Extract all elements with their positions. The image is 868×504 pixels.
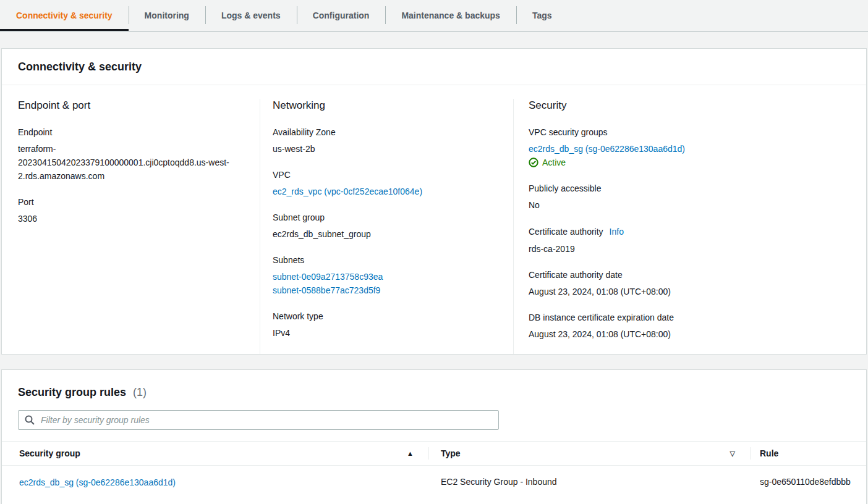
info-link[interactable]: Info <box>610 225 624 238</box>
tab-tags[interactable]: Tags <box>516 0 568 31</box>
port-label: Port <box>18 196 244 208</box>
subnet-link[interactable]: subnet-0e09a2713758c93ea <box>273 270 383 284</box>
certificate-authority-date-label: Certificate authority date <box>529 269 866 281</box>
panel-title: Connectivity & security <box>2 49 866 85</box>
certificate-authority-label: Certificate authorityInfo <box>529 225 866 238</box>
endpoint-value: terraform-20230415042023379100000001.cji… <box>18 142 240 183</box>
vpc-security-groups-label: VPC security groups <box>529 126 866 138</box>
subnet-group-label: Subnet group <box>273 211 513 224</box>
subnet-link[interactable]: subnet-0588be77ac723d5f9 <box>273 284 380 297</box>
security-heading: Security <box>529 99 866 112</box>
subnets-label: Subnets <box>273 254 513 266</box>
security-group-rules-panel: Security group rules (1) Security group … <box>1 369 867 504</box>
column-header-type[interactable]: Type ▽ <box>428 442 750 465</box>
vpc-link[interactable]: ec2_rds_vpc (vpc-0cf252ecae10f064e) <box>273 185 422 198</box>
status-badge: Active <box>542 156 566 169</box>
sort-ascending-icon: ▲ <box>407 450 414 457</box>
publicly-accessible-value: No <box>529 198 866 212</box>
certificate-authority-date-value: August 23, 2024, 01:08 (UTC+08:00) <box>529 285 866 298</box>
port-value: 3306 <box>18 212 244 225</box>
connectivity-security-panel: Connectivity & security Endpoint & port … <box>1 48 867 355</box>
column-header-label: Type <box>441 448 461 458</box>
vpc-security-group-link[interactable]: ec2rds_db_sg (sg-0e62286e130aa6d1d) <box>529 142 685 156</box>
endpoint-port-column: Endpoint & port Endpoint terraform-20230… <box>18 99 260 354</box>
rule-id-cell: sg-0e650110de8efdbbb <box>750 476 866 489</box>
detail-tab-bar: Connectivity & security Monitoring Logs … <box>0 0 868 32</box>
certificate-authority-date-field: Certificate authority date August 23, 20… <box>529 269 866 298</box>
endpoint-port-heading: Endpoint & port <box>18 99 244 112</box>
endpoint-field: Endpoint terraform-202304150420233791000… <box>18 126 244 183</box>
endpoint-label: Endpoint <box>18 126 244 138</box>
network-type-value: IPv4 <box>273 326 513 340</box>
search-icon <box>25 415 35 425</box>
tab-connectivity-security[interactable]: Connectivity & security <box>0 0 129 31</box>
filter-input[interactable] <box>18 410 499 430</box>
rules-panel-header: Security group rules (1) <box>2 370 866 410</box>
network-type-field: Network type IPv4 <box>273 310 513 340</box>
availability-zone-value: us-west-2b <box>273 142 513 156</box>
certificate-expiration-label: DB instance certificate expiration date <box>529 311 866 324</box>
column-header-label: Rule <box>760 448 778 458</box>
check-circle-icon <box>529 158 538 167</box>
column-header-label: Security group <box>19 448 80 458</box>
rules-panel-title: Security group rules <box>18 386 126 398</box>
availability-zone-field: Availability Zone us-west-2b <box>273 126 513 156</box>
subnet-group-value: ec2rds_db_subnet_group <box>273 227 513 241</box>
publicly-accessible-label: Publicly accessible <box>529 182 866 195</box>
network-type-label: Network type <box>273 310 513 322</box>
publicly-accessible-field: Publicly accessible No <box>529 182 866 212</box>
vpc-field: VPC ec2_rds_vpc (vpc-0cf252ecae10f064e) <box>273 169 513 198</box>
certificate-expiration-value: August 23, 2024, 01:08 (UTC+08:00) <box>529 327 866 341</box>
rules-filter <box>18 410 499 430</box>
security-group-status: Active <box>529 156 866 169</box>
tab-logs-events[interactable]: Logs & events <box>205 0 297 31</box>
tab-maintenance-backups[interactable]: Maintenance & backups <box>385 0 516 31</box>
tab-configuration[interactable]: Configuration <box>297 0 386 31</box>
certificate-expiration-field: DB instance certificate expiration date … <box>529 311 866 341</box>
tab-monitoring[interactable]: Monitoring <box>129 0 205 31</box>
subnets-field: Subnets subnet-0e09a2713758c93ea subnet-… <box>273 254 513 297</box>
rules-count: (1) <box>133 386 147 398</box>
rds-instance-detail-page: Connectivity & security Monitoring Logs … <box>0 0 868 504</box>
security-group-cell: ec2rds_db_sg (sg-0e62286e130aa6d1d) <box>2 476 428 489</box>
security-column: Security VPC security groups ec2rds_db_s… <box>513 99 866 354</box>
networking-heading: Networking <box>273 99 513 112</box>
networking-column: Networking Availability Zone us-west-2b … <box>260 99 513 354</box>
certificate-authority-field: Certificate authorityInfo rds-ca-2019 <box>529 225 866 256</box>
column-header-security-group[interactable]: Security group ▲ <box>2 442 428 465</box>
certificate-authority-value: rds-ca-2019 <box>529 242 866 256</box>
availability-zone-label: Availability Zone <box>273 126 513 138</box>
table-row: ec2rds_db_sg (sg-0e62286e130aa6d1d) EC2 … <box>2 466 866 500</box>
rules-table-header: Security group ▲ Type ▽ Rule <box>2 441 866 466</box>
port-field: Port 3306 <box>18 196 244 225</box>
column-header-rule[interactable]: Rule <box>750 442 866 465</box>
subnet-group-field: Subnet group ec2rds_db_subnet_group <box>273 211 513 241</box>
panel-body: Endpoint & port Endpoint terraform-20230… <box>2 85 866 354</box>
rule-type-cell: EC2 Security Group - Inbound <box>428 476 750 489</box>
sort-default-icon: ▽ <box>730 450 735 457</box>
certificate-authority-label-text: Certificate authority <box>529 227 603 237</box>
vpc-security-groups-field: VPC security groups ec2rds_db_sg (sg-0e6… <box>529 126 866 169</box>
rules-table: Security group ▲ Type ▽ Rule ec2rds_db_s… <box>2 441 866 500</box>
vpc-label: VPC <box>273 169 513 181</box>
security-group-link[interactable]: ec2rds_db_sg (sg-0e62286e130aa6d1d) <box>19 476 176 489</box>
